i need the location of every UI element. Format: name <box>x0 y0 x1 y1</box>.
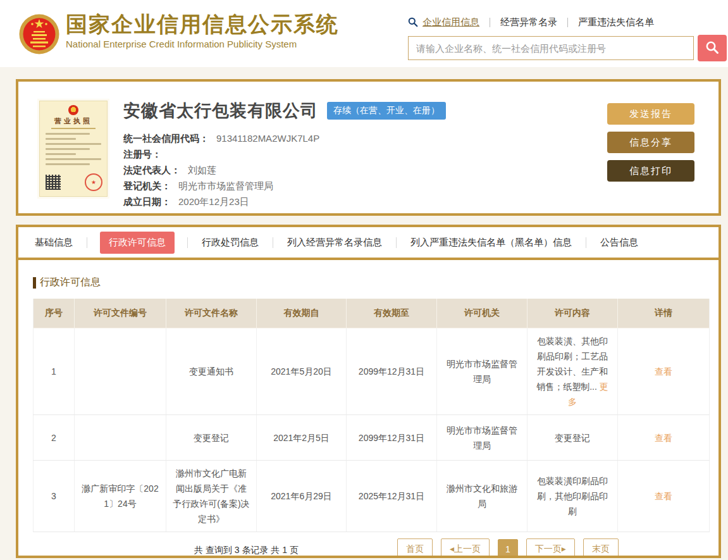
cell-doc-no <box>75 415 166 461</box>
pagination-current-page[interactable]: 1 <box>498 539 518 558</box>
view-detail-link[interactable]: 查看 <box>655 491 672 501</box>
search-icon <box>705 40 720 57</box>
cell-detail: 查看 <box>618 461 710 532</box>
cell-authority: 明光市市场监督管理局 <box>437 328 527 415</box>
cell-doc-no: 滁广新审印字〔2021〕24号 <box>75 461 166 532</box>
table-row: 2 变更登记 2021年2月5日 2099年12月31日 明光市市场监督管理局 … <box>34 415 710 461</box>
pagination-next-button[interactable]: 下一页▸ <box>526 538 575 558</box>
field-legal-representative: 法定代表人：刘如莲 <box>123 162 446 178</box>
divider <box>87 237 87 248</box>
divider <box>567 18 568 27</box>
tab-announcement-info[interactable]: 公告信息 <box>599 237 639 249</box>
cell-detail: 查看 <box>618 415 710 461</box>
site-subtitle: National Enterprise Credit Information P… <box>66 39 339 49</box>
cell-doc-name: 变更登记 <box>166 415 257 461</box>
divider <box>586 237 586 248</box>
license-content-text: 包装装潢、其他印刷品印刷；工艺品开发设计、生产和销售；纸塑制... <box>536 336 608 392</box>
col-detail: 详情 <box>618 299 710 328</box>
table-row: 3 滁广新审印字〔2021〕24号 滁州市文化广电新闻出版局关于《准予行政许可(… <box>34 461 710 532</box>
section-title-bar <box>33 277 36 289</box>
tab-admin-license-info[interactable]: 行政许可信息 <box>100 232 175 254</box>
send-report-button[interactable]: 发送报告 <box>607 103 694 125</box>
view-detail-link[interactable]: 查看 <box>655 366 672 376</box>
cell-detail: 查看 <box>618 328 710 415</box>
business-license-image: 营业执照 ★ <box>39 101 108 197</box>
search-icon <box>408 17 418 27</box>
search-input[interactable] <box>408 36 694 60</box>
company-summary-card: 营业执照 ★ 安徽省太行包装有限公司 存续（在营、开业、在册） 统一社会信用代码… <box>16 79 721 216</box>
cell-content: 变更登记 <box>527 415 618 461</box>
company-info: 安徽省太行包装有限公司 存续（在营、开业、在册） 统一社会信用代码：913411… <box>123 99 446 209</box>
col-content: 许可内容 <box>527 299 618 328</box>
field-label: 统一社会信用代码： <box>123 133 209 144</box>
cell-seq: 2 <box>34 415 75 461</box>
tab-admin-penalty-info[interactable]: 行政处罚信息 <box>201 237 260 249</box>
tab-basic-info[interactable]: 基础信息 <box>34 237 74 249</box>
national-emblem-logo <box>19 14 59 54</box>
cell-doc-name: 变更通知书 <box>166 328 257 415</box>
cell-authority: 滁州市文化和旅游局 <box>437 461 527 532</box>
detail-section: 基础信息 行政许可信息 行政处罚信息 列入经营异常名录信息 列入严重违法失信名单… <box>16 225 721 558</box>
pagination-prev-button[interactable]: ◂上一页 <box>441 538 490 558</box>
field-registration-no: 注册号： <box>123 146 446 162</box>
cell-doc-no <box>75 328 166 415</box>
cell-valid-from: 2021年5月20日 <box>257 328 347 415</box>
license-qr-code <box>46 175 61 190</box>
site-title-block: 国家企业信用信息公示系统 National Enterprise Credit … <box>66 11 339 49</box>
cell-content: 包装装潢印刷品印刷，其他印刷品印刷 <box>527 461 618 532</box>
pagination-summary: 共 查询到 3 条记录 共 1 页 <box>194 545 299 556</box>
cell-valid-from: 2021年6月29日 <box>257 461 347 532</box>
pagination-last-button[interactable]: 末页 <box>583 538 619 558</box>
tab-content: 行政许可信息 序号 许可文件编号 许可文件名称 有效期自 有效期至 许可机关 许… <box>18 276 719 558</box>
field-label: 登记机关： <box>123 180 171 191</box>
section-title: 行政许可信息 <box>33 276 704 289</box>
tab-abnormal-operations-info[interactable]: 列入经营异常名录信息 <box>286 237 383 249</box>
search-bar <box>408 35 727 61</box>
view-detail-link[interactable]: 查看 <box>655 433 672 443</box>
header-search-area: 企业信用信息 经营异常名录 严重违法失信名单 <box>408 15 727 61</box>
info-share-button[interactable]: 信息分享 <box>607 132 694 153</box>
field-credit-code: 统一社会信用代码：91341182MA2WJK7L4P <box>123 130 446 146</box>
field-registration-authority: 登记机关：明光市市场监督管理局 <box>123 178 446 194</box>
field-value: 91341182MA2WJK7L4P <box>216 133 319 144</box>
col-doc-name: 许可文件名称 <box>166 299 257 328</box>
cell-valid-to: 2099年12月31日 <box>347 328 437 415</box>
site-header: 国家企业信用信息公示系统 National Enterprise Credit … <box>0 0 728 67</box>
tab-bar: 基础信息 行政许可信息 行政处罚信息 列入经营异常名录信息 列入严重违法失信名单… <box>18 227 719 260</box>
license-table: 序号 许可文件编号 许可文件名称 有效期自 有效期至 许可机关 许可内容 详情 … <box>33 299 710 532</box>
info-print-button[interactable]: 信息打印 <box>607 160 694 182</box>
search-button[interactable] <box>698 35 727 61</box>
site-title: 国家企业信用信息公示系统 <box>66 11 339 37</box>
search-type-nav: 企业信用信息 经营异常名录 严重违法失信名单 <box>408 15 727 29</box>
col-authority: 许可机关 <box>437 299 527 328</box>
cell-valid-to: 2025年12月31日 <box>347 461 437 532</box>
company-actions: 发送报告 信息分享 信息打印 <box>607 103 696 189</box>
field-value: 刘如莲 <box>188 165 216 175</box>
col-seq: 序号 <box>34 299 75 328</box>
field-value: 明光市市场监督管理局 <box>178 180 273 191</box>
cell-content: 包装装潢、其他印刷品印刷；工艺品开发设计、生产和销售；纸塑制... 更多 <box>527 328 618 415</box>
pagination: 共 查询到 3 条记录 共 1 页 首页 ◂上一页 1 下一页▸ 末页 <box>33 537 704 558</box>
section-title-text: 行政许可信息 <box>40 276 101 289</box>
field-label: 法定代表人： <box>123 165 180 175</box>
col-doc-no: 许可文件编号 <box>75 299 166 328</box>
license-emblem-icon <box>68 105 78 115</box>
field-value: 2020年12月23日 <box>178 196 249 207</box>
nav-link-serious-violation-list[interactable]: 严重违法失信名单 <box>578 16 654 28</box>
col-valid-from: 有效期自 <box>257 299 347 328</box>
field-label: 注册号： <box>123 149 161 159</box>
cell-authority: 明光市市场监督管理局 <box>437 415 527 461</box>
table-header-row: 序号 许可文件编号 许可文件名称 有效期自 有效期至 许可机关 许可内容 详情 <box>34 299 710 328</box>
col-valid-to: 有效期至 <box>347 299 437 328</box>
pagination-first-button[interactable]: 首页 <box>397 538 433 558</box>
field-label: 成立日期： <box>123 196 171 207</box>
divider <box>273 237 273 248</box>
status-badge: 存续（在营、开业、在册） <box>327 102 446 120</box>
nav-link-enterprise-credit-info[interactable]: 企业信用信息 <box>423 16 479 28</box>
divider <box>396 237 397 248</box>
license-text-lines <box>40 133 107 165</box>
tab-serious-violation-blacklist-info[interactable]: 列入严重违法失信名单（黑名单）信息 <box>409 237 573 249</box>
divider <box>490 18 490 27</box>
nav-link-abnormal-operations-list[interactable]: 经营异常名录 <box>500 16 557 28</box>
pagination-buttons: 首页 ◂上一页 1 下一页▸ 末页 <box>397 538 619 558</box>
